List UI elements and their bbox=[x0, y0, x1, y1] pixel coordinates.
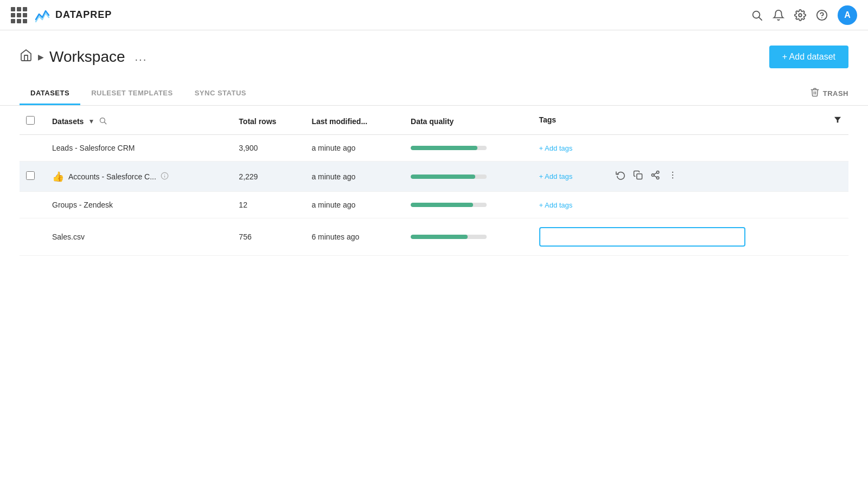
svg-rect-11 bbox=[637, 174, 642, 179]
th-data-quality: Data quality bbox=[404, 106, 532, 135]
select-all-checkbox[interactable] bbox=[26, 116, 35, 125]
trash-label: TRASH bbox=[823, 89, 848, 98]
more-options-button[interactable]: ... bbox=[135, 51, 148, 63]
tag-input[interactable] bbox=[539, 227, 745, 247]
table-row: Sales.csv 756 6 minutes ago bbox=[20, 218, 848, 256]
row-total-rows-cell: 756 bbox=[232, 218, 305, 256]
row-quality-cell bbox=[404, 192, 532, 218]
svg-line-16 bbox=[654, 173, 657, 175]
tabs-bar: DATASETS RULESET TEMPLATES SYNC STATUS T… bbox=[0, 81, 868, 106]
row-quality-cell bbox=[404, 135, 532, 162]
row-tags-cell[interactable]: + Add tags bbox=[533, 192, 849, 218]
th-total-rows: Total rows bbox=[232, 106, 305, 135]
row-name-cell[interactable]: Groups - Zendesk bbox=[46, 192, 232, 218]
th-last-modified: Last modified... bbox=[305, 106, 404, 135]
table-row: Groups - Zendesk 12 a minute ago + Add t… bbox=[20, 192, 848, 218]
apps-grid-icon[interactable] bbox=[11, 7, 27, 23]
tab-sync-status[interactable]: SYNC STATUS bbox=[184, 81, 257, 105]
thumbsup-icon: 👍 bbox=[52, 171, 64, 183]
help-icon[interactable] bbox=[816, 9, 828, 21]
row-last-modified-cell: a minute ago bbox=[305, 162, 404, 192]
row-name-cell[interactable]: Sales.csv bbox=[46, 218, 232, 256]
svg-line-15 bbox=[654, 176, 657, 177]
row-total-rows-cell: 2,229 bbox=[232, 162, 305, 192]
row-select-checkbox[interactable] bbox=[26, 171, 35, 180]
notifications-icon[interactable] bbox=[773, 9, 784, 21]
tab-datasets[interactable]: DATASETS bbox=[20, 81, 80, 105]
table-row: Leads - Salesforce CRM 3,900 a minute ag… bbox=[20, 135, 848, 162]
row-checkbox-cell bbox=[20, 218, 46, 256]
row-total-rows-cell: 12 bbox=[232, 192, 305, 218]
top-nav: DATAPREP A bbox=[0, 0, 868, 30]
avatar[interactable]: A bbox=[838, 5, 857, 25]
breadcrumb-bar: ▶ Workspace ... + Add dataset bbox=[0, 30, 868, 81]
row-actions bbox=[616, 170, 678, 183]
app-name: DATAPREP bbox=[55, 9, 112, 21]
svg-point-2 bbox=[799, 14, 802, 17]
trash-button[interactable]: TRASH bbox=[810, 87, 848, 100]
dataset-name-label: Groups - Zendesk bbox=[52, 201, 113, 209]
search-icon[interactable] bbox=[751, 9, 763, 21]
table-header-row: Datasets ▼ Total rows Last modified... D… bbox=[20, 106, 848, 135]
datasets-table: Datasets ▼ Total rows Last modified... D… bbox=[20, 106, 848, 256]
svg-line-1 bbox=[759, 17, 762, 20]
breadcrumb: ▶ Workspace ... bbox=[20, 48, 147, 66]
row-total-rows-cell: 3,900 bbox=[232, 135, 305, 162]
row-quality-cell bbox=[404, 218, 532, 256]
tabs: DATASETS RULESET TEMPLATES SYNC STATUS bbox=[20, 81, 257, 105]
row-name-cell[interactable]: Leads - Salesforce CRM bbox=[46, 135, 232, 162]
svg-marker-7 bbox=[834, 117, 841, 123]
th-tags: Tags bbox=[533, 106, 849, 135]
row-quality-cell bbox=[404, 162, 532, 192]
th-datasets: Datasets ▼ bbox=[46, 106, 232, 135]
column-search-icon[interactable] bbox=[99, 117, 107, 126]
table-row: 👍 Accounts - Salesforce C... 2,229 a min… bbox=[20, 162, 848, 192]
copy-icon[interactable] bbox=[633, 170, 643, 183]
settings-icon[interactable] bbox=[794, 9, 806, 21]
breadcrumb-chevron: ▶ bbox=[38, 53, 44, 61]
app-logo: DATAPREP bbox=[34, 7, 112, 24]
home-icon[interactable] bbox=[20, 49, 33, 65]
info-icon[interactable] bbox=[161, 172, 169, 182]
trash-icon bbox=[810, 87, 820, 100]
datasets-table-wrap: Datasets ▼ Total rows Last modified... D… bbox=[0, 106, 868, 256]
svg-point-19 bbox=[672, 177, 673, 178]
more-options-icon[interactable] bbox=[668, 170, 678, 183]
row-checkbox-cell bbox=[20, 192, 46, 218]
dataset-name-label: Leads - Salesforce CRM bbox=[52, 144, 135, 152]
breadcrumb-workspace: Workspace bbox=[49, 48, 125, 66]
dataset-name-label: Sales.csv bbox=[52, 232, 85, 241]
add-tags-button[interactable]: + Add tags bbox=[539, 144, 573, 152]
add-tags-button[interactable]: + Add tags bbox=[539, 172, 573, 180]
th-datasets-label: Datasets bbox=[52, 117, 84, 126]
row-tags-cell[interactable]: + Add tags bbox=[533, 135, 849, 162]
row-tags-cell[interactable] bbox=[533, 218, 849, 256]
dataset-name-label: Accounts - Salesforce C... bbox=[68, 172, 156, 181]
th-checkbox bbox=[20, 106, 46, 135]
row-checkbox-cell bbox=[20, 135, 46, 162]
row-last-modified-cell: a minute ago bbox=[305, 135, 404, 162]
refresh-icon[interactable] bbox=[616, 170, 626, 183]
add-tags-button[interactable]: + Add tags bbox=[539, 201, 573, 209]
row-last-modified-cell: 6 minutes ago bbox=[305, 218, 404, 256]
filter-icon[interactable] bbox=[833, 115, 842, 127]
svg-point-17 bbox=[672, 172, 673, 173]
tag-input-wrap bbox=[539, 227, 843, 247]
logo-icon bbox=[34, 7, 51, 24]
add-dataset-button[interactable]: + Add dataset bbox=[769, 46, 848, 68]
row-last-modified-cell: a minute ago bbox=[305, 192, 404, 218]
svg-line-6 bbox=[105, 122, 106, 124]
sort-icon[interactable]: ▼ bbox=[88, 118, 94, 125]
row-tags-cell[interactable]: + Add tags bbox=[533, 162, 849, 191]
share-icon[interactable] bbox=[650, 170, 660, 183]
tab-ruleset-templates[interactable]: RULESET TEMPLATES bbox=[80, 81, 184, 105]
svg-point-18 bbox=[672, 175, 673, 176]
row-checkbox-cell bbox=[20, 162, 46, 192]
row-name-cell[interactable]: 👍 Accounts - Salesforce C... bbox=[46, 162, 232, 192]
